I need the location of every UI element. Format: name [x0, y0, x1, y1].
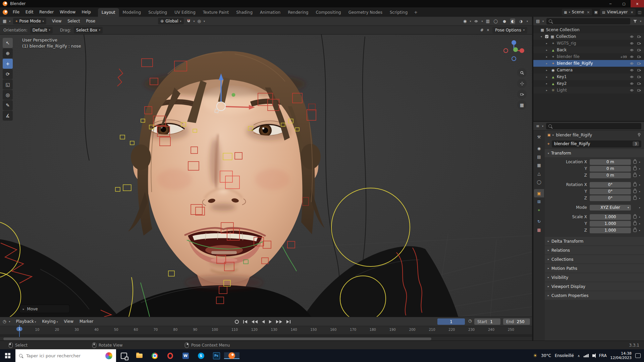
unlink-scene-button[interactable]: ×: [587, 10, 590, 14]
outliner-row[interactable]: Key2: [533, 80, 644, 87]
properties-section-header[interactable]: ▸ Motion Paths: [545, 264, 644, 273]
render-camera-icon[interactable]: [637, 81, 641, 86]
value-field[interactable]: 0°: [590, 189, 631, 194]
outliner-row[interactable]: Collection: [533, 33, 644, 40]
properties-tab-object[interactable]: ▣: [534, 189, 544, 197]
expand-caret-icon[interactable]: [546, 55, 550, 58]
outliner-row[interactable]: WGTS_rig: [533, 40, 644, 47]
jump-to-start-button[interactable]: [243, 320, 247, 323]
value-field[interactable]: 1.000: [590, 214, 631, 220]
expand-caret-icon[interactable]: [546, 69, 550, 72]
render-camera-icon[interactable]: [637, 88, 641, 93]
properties-editor-icon[interactable]: ≡: [536, 124, 539, 128]
pose-options-dropdown[interactable]: Pose Options ▾: [492, 27, 527, 34]
outliner-row[interactable]: blender file +99: [533, 53, 644, 60]
properties-search-input[interactable]: [554, 124, 639, 129]
value-field[interactable]: 0 m: [590, 166, 631, 172]
view-layer-selector[interactable]: ▤ ViewLayer ×: [600, 9, 636, 15]
lock-icon[interactable]: [633, 161, 637, 164]
expand-caret-icon[interactable]: [546, 75, 550, 78]
taskbar-search[interactable]: [15, 349, 116, 362]
play-reverse-button[interactable]: [262, 320, 265, 323]
workspace-tab[interactable]: Modeling: [119, 8, 145, 17]
visibility-eye-icon[interactable]: [630, 41, 634, 46]
lock-icon[interactable]: [633, 197, 637, 200]
animate-dot-icon[interactable]: [638, 228, 641, 233]
scrollbar-thumb[interactable]: [3, 338, 431, 340]
timeline-editor-icon[interactable]: ◷: [3, 319, 6, 324]
volume-icon[interactable]: [592, 354, 594, 357]
properties-tab-view-layer[interactable]: ▦: [534, 161, 544, 169]
navigation-gizmo[interactable]: [502, 39, 526, 63]
lock-icon[interactable]: [633, 216, 637, 219]
render-camera-icon[interactable]: [637, 48, 641, 52]
taskbar-app-skype[interactable]: [193, 353, 209, 359]
menu[interactable]: Help: [78, 10, 94, 14]
prev-keyframe-button[interactable]: [252, 320, 258, 323]
properties-tab-output[interactable]: ▤: [534, 153, 544, 161]
add-workspace-button[interactable]: +: [411, 10, 420, 15]
outliner-search-input[interactable]: [554, 19, 628, 24]
viewport-render[interactable]: [0, 35, 532, 317]
proportional-dropdown[interactable]: ▾: [204, 20, 205, 23]
properties-search[interactable]: [546, 123, 641, 129]
mirror-x-toggle[interactable]: ×: [487, 28, 489, 32]
expand-caret-icon[interactable]: [546, 62, 550, 65]
animate-dot-icon[interactable]: [638, 196, 641, 200]
show-gizmo-icon[interactable]: ◉: [463, 19, 467, 23]
weather-desc[interactable]: Ensoleillé: [555, 353, 574, 358]
tool-button-scale[interactable]: ◱: [3, 79, 13, 89]
start-button[interactable]: [0, 349, 15, 362]
mirror-x-icon[interactable]: #: [480, 28, 484, 33]
timeline-menu[interactable]: Playback ▾: [13, 319, 39, 324]
action-center-icon[interactable]: [635, 353, 641, 358]
tool-button-tweak[interactable]: ↖: [3, 38, 13, 48]
properties-tab-world[interactable]: ◯: [534, 178, 544, 186]
outliner-row[interactable]: Key1: [533, 73, 644, 80]
properties-section-header[interactable]: ▸ Visibility: [545, 273, 644, 282]
taskbar-search-input[interactable]: [25, 353, 102, 359]
timeline-ruler[interactable]: 1 11020304050607080901001101201301401501…: [0, 326, 532, 335]
viewport-menu[interactable]: View: [49, 19, 64, 23]
taskbar-app-file-explorer[interactable]: [131, 354, 147, 358]
jump-to-end-button[interactable]: [286, 320, 290, 323]
properties-section-header[interactable]: ▸ Custom Properties: [545, 291, 644, 300]
shading-rendered-button[interactable]: ◑: [518, 18, 524, 24]
visibility-eye-icon[interactable]: [630, 68, 634, 72]
menu[interactable]: Edit: [22, 10, 36, 14]
auto-key-button[interactable]: [235, 320, 239, 324]
value-field[interactable]: 0 m: [590, 173, 631, 178]
hidden-icons-chevron[interactable]: ∧: [578, 354, 580, 358]
tool-button-measure[interactable]: ∡: [3, 111, 13, 121]
app-menu-blender-icon[interactable]: [3, 10, 8, 15]
expand-caret-icon[interactable]: [546, 82, 550, 85]
taskbar-app-word[interactable]: [178, 353, 193, 359]
animate-dot-icon[interactable]: [638, 160, 641, 164]
expand-caret-icon[interactable]: [541, 35, 545, 38]
workspace-tab[interactable]: Texture Paint: [199, 8, 232, 17]
lock-icon[interactable]: [633, 222, 637, 225]
object-name-field[interactable]: blender file_Rigify 3: [552, 140, 641, 147]
timeline-track[interactable]: [0, 334, 532, 337]
properties-tab-constraints[interactable]: ⊞: [534, 197, 544, 206]
drag-value-dropdown[interactable]: Select Box ▾: [74, 27, 103, 34]
animate-dot-icon[interactable]: [638, 189, 641, 194]
ortho-grid-icon[interactable]: ▦: [517, 100, 527, 110]
unlink-view-layer-button[interactable]: ×: [630, 10, 633, 14]
properties-tab-render[interactable]: ◉: [534, 144, 544, 153]
shading-dropdown[interactable]: ▾: [527, 20, 528, 23]
animate-dot-icon[interactable]: [638, 215, 641, 219]
value-field[interactable]: 0 m: [590, 159, 631, 165]
viewport-menu[interactable]: Pose: [83, 19, 98, 23]
properties-section-header[interactable]: ▸ Delta Transform: [545, 237, 644, 245]
properties-tab-scene[interactable]: △: [534, 169, 544, 178]
mode-dropdown[interactable]: ⌖ Pose Mode ▾: [13, 18, 46, 24]
render-camera-icon[interactable]: [637, 35, 641, 39]
animate-dot-icon[interactable]: [638, 173, 641, 178]
tool-button-cursor[interactable]: ⊕: [3, 48, 13, 58]
snapping-dropdown[interactable]: ▾: [194, 20, 195, 23]
value-field[interactable]: 0°: [590, 195, 631, 201]
operator-panel-move[interactable]: ▸ Move: [19, 305, 70, 313]
outliner-row[interactable]: Scene Collection: [533, 26, 644, 33]
timeline-menu[interactable]: View ▾: [61, 319, 76, 324]
